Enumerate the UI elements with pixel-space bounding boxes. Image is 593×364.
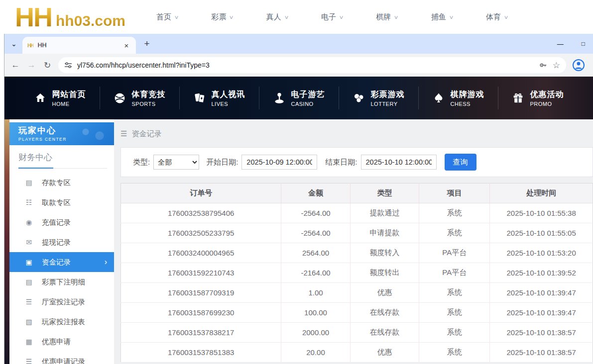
cell-order-no: 1760032400004965 <box>121 243 281 263</box>
browser-toolbar: ← → ↻ yl756.com/hhcp/usercenter.html?ini… <box>4 54 593 77</box>
new-tab-button[interactable]: + <box>140 37 154 51</box>
cell-project: PA平台 <box>419 263 490 283</box>
site-nav-item[interactable]: 体育∨ <box>486 12 508 22</box>
nav-label-en: CHESS <box>451 101 484 107</box>
site-nav-item[interactable]: 彩票∨ <box>211 12 233 22</box>
site-nav-item[interactable]: 首页∨ <box>156 12 178 22</box>
sidebar-item[interactable]: ☰优惠申请记录› <box>9 352 114 364</box>
site-nav-item[interactable]: 棋牌∨ <box>376 12 398 22</box>
nav-label-zh: 体育竞技 <box>132 90 166 100</box>
table-row: 1760031587699230100.00在线存款系统2025-10-10 0… <box>121 303 593 323</box>
browser-window: ⌄ HH HH × + — □ ← → ↻ yl756.com/hhcp/use… <box>4 34 593 364</box>
bookmark-star-icon[interactable]: ☆ <box>553 60 560 71</box>
site-logo[interactable]: HH hh03.com <box>15 5 125 29</box>
sidebar-item-label: 优惠申请 <box>42 337 71 347</box>
main-nav-item-lottery[interactable]: 彩票游戏LOTTERY <box>339 90 418 107</box>
cell-order-no: 1760032538795406 <box>121 203 281 223</box>
maximize-button[interactable]: □ <box>582 40 585 47</box>
cell-type: 优惠 <box>350 343 419 363</box>
cell-processed-time: 2025-10-10 01:38:57 <box>490 343 593 363</box>
main-nav-item-lives[interactable]: 真人视讯LIVES <box>180 90 259 107</box>
site-nav-item[interactable]: 真人∨ <box>266 12 288 22</box>
deposit-icon: ▤ <box>24 179 33 186</box>
chevron-down-icon: ∨ <box>229 14 234 20</box>
main-nav-item-promo[interactable]: 优惠活动PROMO <box>498 90 578 107</box>
sidebar-item[interactable]: ▦优惠申请› <box>9 332 114 352</box>
url-text[interactable]: yl756.com/hhcp/usercenter.html?iniType=3 <box>77 61 534 69</box>
table-header-cell: 订单号 <box>121 183 281 203</box>
main-nav-item-chess[interactable]: 棋牌游戏CHESS <box>419 90 498 107</box>
browser-profile-icon[interactable] <box>572 59 585 72</box>
browser-tab-strip: ⌄ HH HH × + — □ <box>4 34 593 54</box>
site-settings-tune-icon[interactable] <box>64 61 72 69</box>
sidebar-item-label: 充值记录 <box>42 218 71 227</box>
main-nav-item-casino[interactable]: 电子游艺CASINO <box>259 90 339 107</box>
hamburger-menu-icon[interactable]: ☰ <box>120 129 127 138</box>
start-date-input[interactable] <box>241 155 317 170</box>
sidebar-item[interactable]: ✉提现记录› <box>9 232 114 252</box>
nav-label-zh: 彩票游戏 <box>371 90 405 100</box>
cell-type: 额度转出 <box>350 263 419 283</box>
site-nav-item[interactable]: 捕鱼∨ <box>431 12 453 22</box>
site-nav-item[interactable]: 电子∨ <box>321 12 343 22</box>
type-select[interactable]: 全部 <box>153 155 199 170</box>
players-center-subtitle: PLAYERS CENTER <box>18 137 114 142</box>
sidebar-item[interactable]: ▤存款专区› <box>9 173 114 192</box>
cell-project: 系统 <box>419 303 490 323</box>
gift-icon <box>512 91 525 104</box>
end-date-input[interactable] <box>361 155 437 170</box>
withdrawal-record-icon: ✉ <box>24 238 33 246</box>
site-nav-label: 首页 <box>156 12 171 22</box>
main-nav-item-home[interactable]: 网站首页HOME <box>20 90 100 107</box>
nav-label-en: CASINO <box>291 101 325 107</box>
home-icon <box>34 91 47 104</box>
browser-tab-hh[interactable]: HH HH × <box>22 37 136 54</box>
minimize-button[interactable]: — <box>557 40 564 48</box>
site-nav-label: 真人 <box>266 12 281 22</box>
sidebar-menu: ▤存款专区›☷取款专区›◉充值记录›✉提现记录›▣资金记录›▤彩票下注明细›☰厅… <box>9 173 114 364</box>
back-button[interactable]: ← <box>7 57 23 73</box>
cell-processed-time: 2025-10-10 01:55:38 <box>490 203 593 223</box>
promo-apply-icon: ▦ <box>24 338 33 346</box>
sidebar-item-label: 存款专区 <box>42 178 71 187</box>
chevron-down-icon: ∨ <box>504 14 509 20</box>
password-key-icon[interactable] <box>539 61 548 70</box>
search-button[interactable]: 查询 <box>445 154 476 171</box>
sidebar-item[interactable]: ☷取款专区› <box>9 192 114 212</box>
table-header-cell: 处理时间 <box>490 183 593 203</box>
sidebar-item[interactable]: ▣资金记录› <box>9 252 114 272</box>
cell-processed-time: 2025-10-10 01:39:47 <box>490 303 593 323</box>
sidebar-item[interactable]: ◉充值记录› <box>9 212 114 232</box>
table-row: 1760031592210743-2164.00额度转出PA平台2025-10-… <box>121 263 593 283</box>
logo-domain-text: hh03.com <box>56 12 125 29</box>
nav-label-zh: 网站首页 <box>52 90 86 100</box>
sidebar-item[interactable]: ☰厅室投注记录› <box>9 292 114 312</box>
table-row: 176003153785138320.00优惠系统2025-10-10 01:3… <box>121 343 593 363</box>
chevron-down-icon: ∨ <box>174 14 179 20</box>
cell-order-no: 1760031537851383 <box>121 343 281 363</box>
tab-title: HH <box>37 42 46 49</box>
nav-label-en: PROMO <box>530 101 564 107</box>
sidebar-item-label: 厅室投注记录 <box>42 297 85 307</box>
players-center-header[interactable]: 玩家中心 PLAYERS CENTER <box>9 122 114 145</box>
main-nav-item-sports[interactable]: 体育竞技SPORTS <box>100 90 179 107</box>
sports-ball-icon <box>114 91 126 104</box>
forward-button: → <box>23 57 39 73</box>
players-center-title: 玩家中心 <box>18 125 114 136</box>
site-viewport: 网站首页HOME体育竞技SPORTS真人视讯LIVES电子游艺CASINO彩票游… <box>4 77 593 364</box>
nav-label-en: SPORTS <box>132 101 166 107</box>
funds-record-table: 订单号金额类型项目处理时间 1760032538795406-2564.00提款… <box>120 183 593 363</box>
reload-button[interactable]: ↻ <box>39 57 55 73</box>
promo-apply-record-icon: ☰ <box>24 358 33 364</box>
chevron-down-icon: ∨ <box>449 14 454 20</box>
table-row: 17600315877093191.00优惠系统2025-10-10 01:39… <box>121 283 593 303</box>
logo-hh-mark: HH <box>15 5 52 29</box>
tab-close-icon[interactable]: × <box>122 41 131 50</box>
page-title: 资金记录 <box>131 129 161 139</box>
sidebar-item[interactable]: ▧玩家投注报表› <box>9 312 114 332</box>
url-bar[interactable]: yl756.com/hhcp/usercenter.html?iniType=3… <box>58 57 566 73</box>
tab-search-chevron-icon[interactable]: ⌄ <box>7 37 20 50</box>
sidebar-item[interactable]: ▤彩票下注明细› <box>9 272 114 292</box>
cell-amount: 20.00 <box>281 343 350 363</box>
table-row: 1760032505233795-2564.00申请提款系统2025-10-10… <box>121 223 593 243</box>
